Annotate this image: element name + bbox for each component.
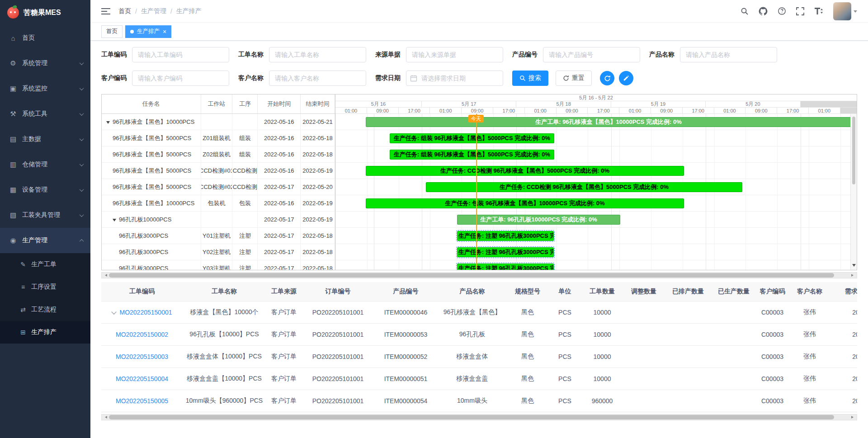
text-input[interactable]	[680, 47, 777, 62]
gantt-grid-row[interactable]: 96孔移液盒【黑色】5000PCSCCD检测#01CCD检测2022-05-16…	[102, 163, 335, 179]
sidebar-item[interactable]: ⌂首页	[0, 25, 90, 51]
user-menu[interactable]	[833, 2, 857, 20]
scroll-down-arrow-icon[interactable]	[852, 264, 856, 268]
task-bar[interactable]: 生产任务: 包装 96孔移液盒【黑色】10000PCS 完成比例: 0%	[366, 198, 684, 208]
sidebar-subitem[interactable]: ✎生产工单	[0, 253, 90, 276]
collapse-caret-icon[interactable]	[106, 121, 110, 126]
gantt-range-label: 5月 16 - 5月 22	[579, 94, 613, 101]
gantt-v-scrollbar[interactable]	[850, 114, 857, 270]
gantt-grid-row[interactable]: 96孔移液盒【黑色】10000PCS2022-05-162022-05-21	[102, 114, 335, 130]
gantt-grid-row[interactable]: 96孔移液盒【黑色】5000PCSCCD检测#02CCD检测2022-05-17…	[102, 179, 335, 195]
collapse-caret-icon[interactable]	[113, 219, 116, 223]
workorder-bar[interactable]: 生产工单: 96孔孔板10000PCS 完成比例: 0%	[457, 215, 620, 225]
order-code-link[interactable]: MO202205150001	[120, 309, 172, 316]
sidebar-subitem[interactable]: ⇄工艺流程	[0, 298, 90, 321]
grid-cell: 2022-05-18	[301, 130, 335, 146]
tab-close-icon[interactable]: ×	[163, 28, 166, 35]
text-input[interactable]	[269, 47, 366, 62]
gantt-grid-row[interactable]: 96孔孔板3000PCSY03注塑机注塑2022-05-172022-05-18	[102, 260, 335, 270]
sidebar-subitem[interactable]: ≡工序设置	[0, 276, 90, 298]
table-cell: 张伟	[789, 367, 830, 390]
gantt-grid-row[interactable]: 96孔孔板3000PCSY01注塑机注塑2022-05-172022-05-18	[102, 228, 335, 244]
gantt-grid-row[interactable]: 96孔移液盒【黑色】5000PCSZ02组装机组装2022-05-162022-…	[102, 146, 335, 163]
sidebar-item[interactable]: ◉生产管理	[0, 228, 90, 253]
order-code-link[interactable]: MO202205150004	[116, 375, 168, 382]
sidebar-item[interactable]: ⚙系统管理	[0, 51, 90, 76]
table-cell	[623, 345, 665, 367]
task-bar[interactable]: 生产任务: CCD检测 96孔移液盒【黑色】5000PCS 完成比例: 0%	[366, 166, 684, 176]
hamburger-icon[interactable]	[101, 8, 110, 15]
fullscreen-icon[interactable]	[796, 7, 804, 15]
workorder-bar[interactable]: 生产工单: 96孔移液盒【黑色】10000PCS 完成比例: 0%	[366, 117, 851, 127]
sidebar-subitem[interactable]: ⊞生产排产	[0, 321, 90, 344]
avatar[interactable]	[833, 2, 851, 20]
gantt-h-scrollbar[interactable]	[101, 272, 857, 278]
order-code-link[interactable]: MO202205150003	[116, 353, 168, 360]
search-icon[interactable]	[741, 7, 749, 15]
task-name-cell: 96孔移液盒【黑色】10000PCS	[102, 195, 201, 211]
sidebar-item[interactable]: ▣系统监控	[0, 76, 90, 101]
table-cell: ITEM00000046	[374, 301, 438, 323]
task-name-cell: 96孔孔板3000PCS	[102, 228, 201, 244]
text-input[interactable]	[543, 47, 640, 62]
date-input[interactable]	[406, 71, 503, 86]
master-data-icon: ▤	[9, 135, 17, 143]
task-bar[interactable]: 生产任务: 组装 96孔移液盒【黑色】5000PCS 完成比例: 0%	[390, 150, 554, 160]
scrollbar-thumb[interactable]	[109, 415, 834, 419]
task-bar[interactable]: 生产任务: 注塑 96孔孔板3000PCS 完成比例: 0%	[457, 247, 554, 257]
text-input[interactable]	[269, 71, 366, 86]
gantt-timeline: 5月 16 - 5月 22 5月 165月 175月 185月 195月 20 …	[335, 94, 857, 270]
table-cell: 张伟	[789, 345, 830, 367]
refresh-round-button[interactable]	[600, 71, 614, 85]
text-input[interactable]	[132, 71, 229, 86]
scroll-right-arrow-icon[interactable]	[851, 416, 855, 419]
app-title: 苦糖果MES	[24, 8, 61, 18]
text-input[interactable]	[406, 47, 503, 62]
table-cell: 移液盒盒盖	[438, 367, 507, 390]
table-cell: PO202205101001	[302, 345, 374, 367]
table-cell: 10000	[581, 345, 623, 367]
expand-caret-icon[interactable]	[111, 309, 116, 314]
sidebar-item[interactable]: ▧工装夹具管理	[0, 203, 90, 228]
table-cell	[665, 390, 712, 412]
grid-cell: 2022-05-19	[301, 195, 335, 211]
sidebar-item[interactable]: ▤主数据	[0, 127, 90, 152]
task-bar[interactable]: 生产任务: CCD检测 96孔移液盒【黑色】5000PCS 完成比例: 0%	[426, 182, 742, 192]
scroll-left-arrow-icon[interactable]	[104, 274, 107, 277]
filter-label: 工单编码	[101, 51, 127, 59]
reset-button[interactable]: 重置	[556, 71, 592, 86]
sidebar-item[interactable]: ⚒系统工具	[0, 101, 90, 127]
task-bar[interactable]: 生产任务: 组装 96孔移液盒【黑色】5000PCS 完成比例: 0%	[390, 133, 554, 143]
process-settings-icon: ≡	[19, 283, 27, 291]
scrollbar-thumb[interactable]	[109, 273, 834, 278]
tab-首页[interactable]: 首页	[101, 25, 123, 38]
scroll-right-arrow-icon[interactable]	[851, 274, 855, 277]
help-icon[interactable]	[778, 7, 786, 15]
edit-round-button[interactable]	[619, 71, 633, 85]
breadcrumb-item[interactable]: 首页	[118, 7, 131, 15]
font-size-icon[interactable]	[814, 7, 823, 15]
grid-cell: 2022-05-20	[301, 179, 335, 195]
gantt-grid-row[interactable]: 96孔移液盒【黑色】5000PCSZ01组装机组装2022-05-162022-…	[102, 130, 335, 146]
orders-h-scrollbar[interactable]	[101, 414, 857, 420]
tab-生产排产[interactable]: 生产排产×	[125, 25, 171, 38]
scroll-left-arrow-icon[interactable]	[104, 416, 107, 419]
task-name-cell: 96孔移液盒【黑色】5000PCS	[102, 179, 201, 195]
text-input[interactable]	[132, 47, 229, 62]
task-bar[interactable]: 生产任务: 注塑 96孔孔板3000PCS 完成比例: 0%	[457, 264, 554, 270]
sidebar-item[interactable]: ▦设备管理	[0, 177, 90, 203]
breadcrumb-item[interactable]: 生产管理	[141, 7, 166, 15]
gantt-grid-row[interactable]: 96孔孔板3000PCSY02注塑机注塑2022-05-172022-05-18	[102, 244, 335, 260]
search-button[interactable]: 搜索	[512, 71, 548, 86]
order-code-link[interactable]: MO202205150002	[116, 331, 168, 338]
github-icon[interactable]	[759, 7, 768, 16]
gantt-grid-row[interactable]: 96孔移液盒【黑色】10000PCS包装机包装2022-05-162022-05…	[102, 195, 335, 212]
task-bar[interactable]: 生产任务: 注塑 96孔孔板3000PCS 完成比例: 0%	[457, 231, 554, 241]
gantt-grid-row[interactable]: 96孔孔板10000PCS2022-05-172022-05-19	[102, 212, 335, 228]
scrollbar-thumb[interactable]	[852, 117, 855, 184]
column-header: 产品名称	[438, 282, 507, 301]
sidebar-item[interactable]: ▥仓储管理	[0, 152, 90, 177]
sidebar-item-label: 生产管理	[22, 236, 80, 245]
order-code-link[interactable]: MO202205150005	[116, 397, 168, 405]
grid-cell: 包装机	[201, 195, 233, 211]
